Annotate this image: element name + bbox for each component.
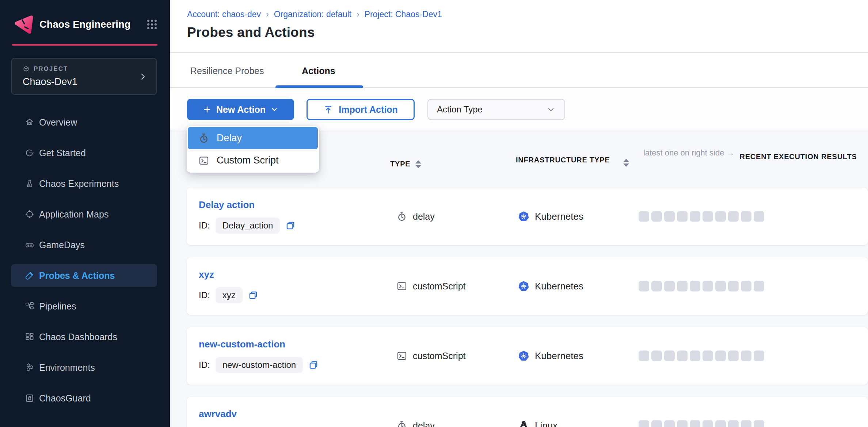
execution-result-placeholder <box>728 211 739 222</box>
sidebar-item-chaosguard[interactable]: ChaosGuard <box>11 387 157 409</box>
action-id-row: ID:Delay_action <box>199 218 296 234</box>
table-row-new-custom-action[interactable]: new-custom-actionID:new-custom-actioncus… <box>187 327 868 385</box>
breadcrumb: Account: chaos-dev›Organization: default… <box>187 9 442 19</box>
sidebar-item-get-started[interactable]: Get Started <box>11 142 157 164</box>
action-name-link[interactable]: awrvadv <box>199 408 237 420</box>
new-action-button[interactable]: New Action <box>187 99 294 120</box>
execution-result-placeholder <box>741 211 751 222</box>
execution-result-placeholder <box>715 211 726 222</box>
stopwatch-icon <box>396 420 407 427</box>
execution-result-placeholder <box>664 351 675 361</box>
execution-result-placeholder <box>715 281 726 292</box>
project-label: PROJECT <box>34 65 68 73</box>
execution-result-placeholder <box>741 420 751 427</box>
table-row-xyz[interactable]: xyzID:xyzcustomScriptKubernetes <box>187 257 868 315</box>
shield-lock-icon <box>25 393 34 403</box>
execution-result-placeholder <box>754 351 764 361</box>
sort-toggle-icon[interactable] <box>415 160 421 168</box>
stopwatch-icon <box>396 211 407 222</box>
type-cell: delay <box>396 211 435 222</box>
chevron-right-icon <box>139 71 147 82</box>
column-header-recent-results: latest one on right side → RECENT EXECUT… <box>643 148 857 161</box>
column-header-infrastructure: INFRASTRUCTURE TYPE <box>516 155 629 167</box>
id-label: ID: <box>199 360 210 370</box>
app-switcher-grid-icon[interactable] <box>146 19 158 30</box>
menu-item-custom-script[interactable]: Custom Script <box>188 149 318 172</box>
project-selector[interactable]: PROJECT Chaos-Dev1 <box>11 58 157 95</box>
copy-icon[interactable] <box>308 360 319 370</box>
breadcrumb-link[interactable]: Project: Chaos-Dev1 <box>365 9 442 19</box>
kubernetes-icon <box>518 211 529 222</box>
execution-result-placeholder <box>741 351 751 361</box>
sidebar-item-label: Chaos Dashboards <box>39 332 117 342</box>
menu-item-delay[interactable]: Delay <box>188 127 318 149</box>
sidebar-item-label: Environments <box>39 362 95 373</box>
action-id-row: ID:new-custom-action <box>199 357 319 373</box>
import-action-button[interactable]: Import Action <box>307 99 415 120</box>
sidebar-item-chaos-dashboards[interactable]: Chaos Dashboards <box>11 326 157 348</box>
harness-logo-icon[interactable] <box>14 14 34 35</box>
kubernetes-icon <box>518 281 529 292</box>
brand-row: Chaos Engineering <box>14 14 158 35</box>
breadcrumb-link[interactable]: Organization: default <box>274 9 351 19</box>
toolbar: New Action Import Action Action Type <box>170 89 868 131</box>
actions-table: TYPE INFRASTRUCTURE TYPE latest one on r… <box>170 131 868 427</box>
sidebar-item-application-maps[interactable]: Application Maps <box>11 203 157 226</box>
execution-result-placeholder <box>664 281 675 292</box>
action-type-label: Action Type <box>437 104 483 115</box>
sidebar-item-probes-actions[interactable]: Probes & Actions <box>11 264 157 287</box>
action-type-select[interactable]: Action Type <box>427 99 565 120</box>
app-root: Chaos Engineering PROJECT Chaos-Dev1 <box>0 0 868 427</box>
sidebar-item-overview[interactable]: Overview <box>11 111 157 134</box>
execution-result-placeholder <box>664 211 675 222</box>
new-action-label: New Action <box>216 104 266 115</box>
type-value: delay <box>413 420 435 427</box>
sidebar-item-pipelines[interactable]: Pipelines <box>11 295 157 318</box>
sort-toggle-icon[interactable] <box>623 159 629 167</box>
tab-label: Actions <box>302 66 335 76</box>
execution-result-placeholder <box>639 281 649 292</box>
action-name-link[interactable]: new-custom-action <box>199 339 285 350</box>
table-row-awrvadv[interactable]: awrvadvdelayLinux <box>187 397 868 427</box>
chevron-down-icon <box>546 105 556 114</box>
copy-icon[interactable] <box>285 220 296 231</box>
action-id-value: xyz <box>216 287 243 303</box>
execution-result-placeholder <box>703 281 713 292</box>
action-name-link[interactable]: Delay action <box>199 199 255 211</box>
tab-resilience-probes[interactable]: Resilience Probes <box>190 54 264 88</box>
infrastructure-value: Kubernetes <box>535 211 583 222</box>
import-action-label: Import Action <box>339 104 398 115</box>
sidebar-nav: OverviewGet StartedChaos ExperimentsAppl… <box>11 111 157 418</box>
table-row-delay-action[interactable]: Delay actionID:Delay_actiondelayKubernet… <box>187 188 868 245</box>
recent-execution-results <box>639 211 764 222</box>
action-id-row: ID:xyz <box>199 287 258 303</box>
infrastructure-value: Linux <box>535 420 557 427</box>
execution-result-placeholder <box>651 420 662 427</box>
type-header-label: TYPE <box>390 160 410 168</box>
brand-accent-bar <box>12 44 157 46</box>
infrastructure-cell: Linux <box>518 420 557 427</box>
terminal-icon <box>198 155 209 166</box>
new-action-dropdown-menu: DelayCustom Script <box>187 126 319 173</box>
execution-result-placeholder <box>690 281 700 292</box>
execution-result-placeholder <box>651 281 662 292</box>
tab-actions[interactable]: Actions <box>302 54 335 88</box>
execution-result-placeholder <box>664 420 675 427</box>
breadcrumb-link[interactable]: Account: chaos-dev <box>187 9 261 19</box>
page-title: Probes and Actions <box>187 25 315 40</box>
action-name-link[interactable]: xyz <box>199 269 214 280</box>
sidebar-item-environments[interactable]: Environments <box>11 356 157 379</box>
sidebar-item-gamedays[interactable]: GameDays <box>11 234 157 256</box>
home-icon <box>25 118 34 127</box>
recent-execution-results <box>639 281 764 292</box>
infrastructure-value: Kubernetes <box>535 281 583 292</box>
hexagons-icon <box>25 363 34 372</box>
sidebar-item-label: Probes & Actions <box>39 270 115 281</box>
execution-result-placeholder <box>728 351 739 361</box>
infrastructure-cell: Kubernetes <box>518 211 583 222</box>
sidebar-item-chaos-experiments[interactable]: Chaos Experiments <box>11 172 157 195</box>
page-header: Account: chaos-dev›Organization: default… <box>170 0 868 53</box>
type-cell: customScript <box>396 350 465 361</box>
plus-icon <box>203 105 212 114</box>
copy-icon[interactable] <box>248 290 258 300</box>
